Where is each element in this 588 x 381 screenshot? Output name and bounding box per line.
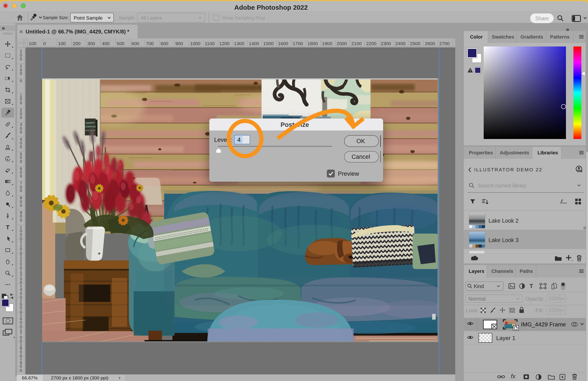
svg-text:800: 800 xyxy=(161,41,168,46)
svg-text:1300: 1300 xyxy=(234,41,244,46)
svg-text:3: 3 xyxy=(20,273,22,277)
svg-text:3: 3 xyxy=(20,122,22,127)
svg-text:1: 1 xyxy=(20,357,22,361)
svg-text:200: 200 xyxy=(73,41,81,46)
svg-text:1100: 1100 xyxy=(205,41,215,46)
svg-text:0: 0 xyxy=(20,71,22,76)
svg-text:1700: 1700 xyxy=(293,41,303,46)
svg-text:0: 0 xyxy=(20,203,22,208)
svg-text:0: 0 xyxy=(20,368,22,373)
svg-text:700: 700 xyxy=(146,41,154,46)
svg-text:7: 7 xyxy=(20,331,22,336)
svg-text:1: 1 xyxy=(20,64,22,68)
svg-text:1600: 1600 xyxy=(278,41,288,46)
svg-text:2300: 2300 xyxy=(381,41,391,46)
svg-text:1900: 1900 xyxy=(322,41,332,46)
svg-text:1800: 1800 xyxy=(307,41,318,46)
svg-text:0: 0 xyxy=(20,57,22,61)
svg-text:0: 0 xyxy=(20,189,22,193)
svg-text:1: 1 xyxy=(20,298,22,303)
svg-text:2200: 2200 xyxy=(366,41,377,46)
svg-text:0: 0 xyxy=(20,130,22,134)
svg-text:300: 300 xyxy=(87,41,95,46)
svg-text:0: 0 xyxy=(20,145,22,149)
svg-text:2400: 2400 xyxy=(395,41,406,46)
svg-text:0: 0 xyxy=(20,218,22,222)
svg-text:100: 100 xyxy=(58,41,66,46)
svg-text:2600: 2600 xyxy=(425,41,435,46)
svg-text:0: 0 xyxy=(20,79,22,83)
svg-text:1: 1 xyxy=(20,240,22,244)
svg-text:2100: 2100 xyxy=(351,41,362,46)
svg-text:0: 0 xyxy=(20,174,22,178)
svg-text:1400: 1400 xyxy=(249,41,259,46)
svg-text:0: 0 xyxy=(43,41,46,46)
svg-text:0: 0 xyxy=(20,101,22,105)
svg-text:0: 0 xyxy=(20,115,22,120)
svg-text:2500: 2500 xyxy=(410,41,420,46)
svg-text:0: 0 xyxy=(20,214,22,218)
svg-text:2000: 2000 xyxy=(336,41,347,46)
svg-text:0: 0 xyxy=(20,364,22,369)
svg-text:0: 0 xyxy=(20,97,22,101)
svg-text:400: 400 xyxy=(102,41,110,46)
svg-text:1200: 1200 xyxy=(219,41,230,46)
svg-text:2700: 2700 xyxy=(439,41,450,46)
svg-text:0: 0 xyxy=(20,155,22,160)
svg-text:1500: 1500 xyxy=(263,41,274,46)
svg-text:500: 500 xyxy=(117,41,124,46)
svg-text:100: 100 xyxy=(29,41,36,46)
svg-text:0: 0 xyxy=(20,306,22,310)
svg-text:900: 900 xyxy=(175,41,183,46)
svg-text:0: 0 xyxy=(20,159,22,164)
svg-text:1000: 1000 xyxy=(190,41,200,46)
svg-text:7: 7 xyxy=(20,181,22,185)
svg-text:T: T xyxy=(6,224,9,230)
svg-text:600: 600 xyxy=(131,41,139,46)
svg-text:0: 0 xyxy=(20,247,22,251)
